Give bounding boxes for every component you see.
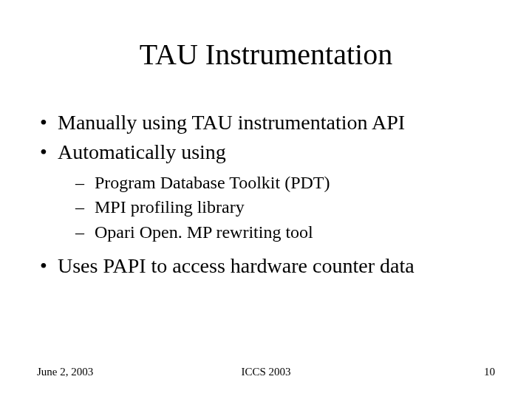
slide-title: TAU Instrumentation	[37, 37, 495, 72]
list-item: MPI profiling library	[37, 195, 495, 220]
list-item: Opari Open. MP rewriting tool	[37, 220, 495, 245]
bullet-list: Uses PAPI to access hardware counter dat…	[37, 252, 495, 280]
list-item: Uses PAPI to access hardware counter dat…	[37, 252, 495, 280]
list-item: Automatically using	[37, 138, 495, 166]
footer-page-number: 10	[342, 366, 495, 378]
list-item: Program Database Toolkit (PDT)	[37, 171, 495, 196]
bullet-list: Manually using TAU instrumentation API A…	[37, 109, 495, 166]
list-item: Manually using TAU instrumentation API	[37, 109, 495, 137]
footer-date: June 2, 2003	[37, 366, 190, 378]
slide-footer: June 2, 2003 ICCS 2003 10	[37, 366, 495, 378]
sub-bullet-list: Program Database Toolkit (PDT) MPI profi…	[37, 171, 495, 245]
footer-venue: ICCS 2003	[190, 366, 343, 378]
